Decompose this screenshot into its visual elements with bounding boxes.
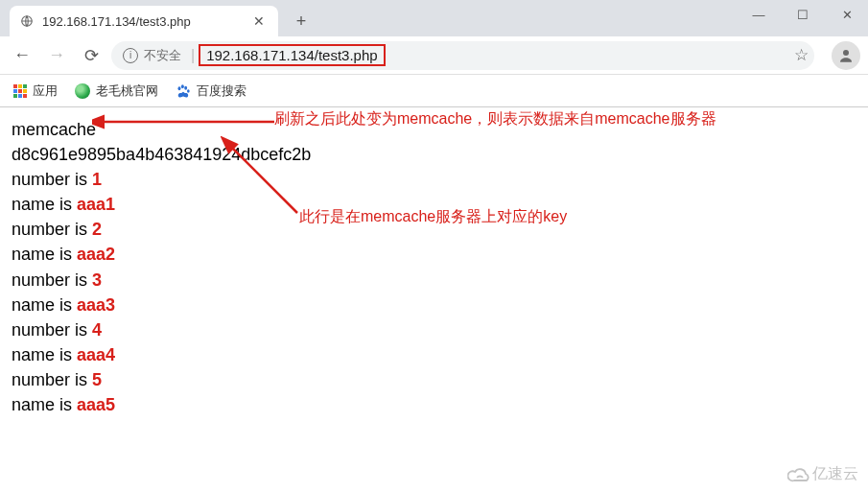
result-row: number is 5	[12, 367, 856, 392]
profile-button[interactable]	[832, 41, 860, 70]
svg-rect-9	[18, 94, 22, 98]
bookmark-label: 百度搜索	[197, 82, 246, 100]
bookmark-label: 老毛桃官网	[96, 82, 158, 100]
forward-button[interactable]: →	[42, 41, 71, 70]
close-window-button[interactable]: ✕	[826, 0, 868, 29]
browser-tab[interactable]: 192.168.171.134/test3.php ✕	[10, 6, 278, 36]
site-info-chip[interactable]: i 不安全	[117, 47, 187, 64]
watermark: 亿速云	[787, 464, 858, 484]
svg-point-14	[187, 89, 190, 92]
maximize-button[interactable]: ☐	[782, 0, 824, 29]
result-row: name is aaa3	[12, 293, 856, 317]
apps-label: 应用	[33, 82, 58, 100]
watermark-text: 亿速云	[812, 464, 858, 484]
svg-rect-8	[13, 94, 17, 98]
bookmark-item-baidu[interactable]: 百度搜索	[176, 82, 246, 100]
result-row: number is 3	[12, 268, 856, 293]
svg-point-1	[843, 50, 849, 56]
back-button[interactable]: ←	[8, 41, 36, 70]
result-row: name is aaa4	[12, 342, 856, 367]
svg-rect-2	[13, 84, 17, 88]
apps-shortcut[interactable]: 应用	[13, 82, 58, 100]
toolbar: ← → ⟳ i 不安全 | 192.168.171.134/test3.php …	[0, 36, 868, 75]
svg-point-12	[181, 84, 184, 88]
svg-point-11	[178, 86, 181, 90]
result-row: number is 4	[12, 317, 856, 342]
result-row: name is aaa5	[12, 392, 856, 417]
url-text: 192.168.171.134/test3.php	[199, 44, 386, 66]
titlebar: 192.168.171.134/test3.php ✕ + — ☐ ✕	[0, 0, 868, 36]
reload-button[interactable]: ⟳	[77, 41, 106, 70]
minimize-button[interactable]: —	[738, 0, 780, 29]
annotation-text-key: 此行是在memcache服务器上对应的key	[299, 205, 567, 227]
info-icon: i	[123, 48, 138, 63]
annotation-text-source: 刷新之后此处变为memcache，则表示数据来自memcache服务器	[274, 107, 716, 129]
tab-title: 192.168.171.134/test3.php	[42, 14, 249, 29]
globe-icon	[19, 13, 35, 29]
result-row: number is 1	[12, 167, 856, 192]
peach-icon	[75, 83, 90, 99]
apps-icon	[13, 84, 27, 98]
svg-rect-6	[18, 89, 22, 93]
person-icon	[837, 47, 855, 64]
tab-close-button[interactable]: ✕	[249, 13, 269, 29]
cache-key-line: d8c961e9895ba4b463841924dbcefc2b	[12, 142, 856, 167]
insecure-label: 不安全	[144, 47, 181, 64]
svg-rect-10	[23, 94, 27, 98]
svg-rect-3	[18, 84, 22, 88]
svg-rect-4	[23, 84, 27, 88]
new-tab-button[interactable]: +	[288, 8, 315, 35]
bookmark-star-button[interactable]: ☆	[787, 42, 814, 69]
page-content: memcache d8c961e9895ba4b463841924dbcefc2…	[0, 107, 868, 427]
bookmarks-bar: 应用 老毛桃官网 百度搜索	[0, 75, 868, 107]
address-bar[interactable]: i 不安全 | 192.168.171.134/test3.php ☆	[111, 41, 814, 70]
window-controls: — ☐ ✕	[738, 0, 868, 29]
separator: |	[191, 47, 195, 64]
svg-rect-5	[13, 89, 17, 93]
baidu-paw-icon	[176, 83, 191, 99]
svg-rect-7	[23, 89, 27, 93]
svg-point-13	[184, 85, 187, 89]
bookmark-item-laomaotao[interactable]: 老毛桃官网	[75, 82, 158, 100]
result-row: name is aaa2	[12, 242, 856, 267]
cloud-icon	[787, 468, 809, 481]
